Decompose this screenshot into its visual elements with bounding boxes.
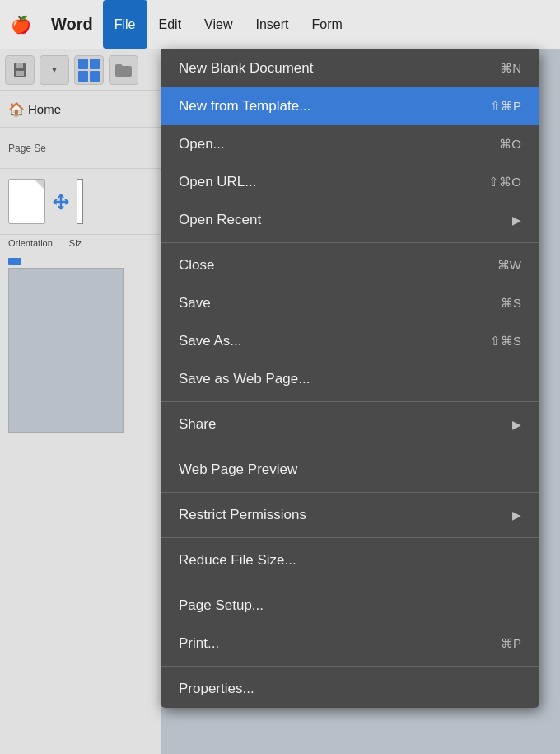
menu-item-save-web[interactable]: Save as Web Page...	[161, 360, 539, 398]
menu-item-open-url[interactable]: Open URL... ⇧⌘O	[161, 163, 539, 201]
orientation-label: Orientation	[8, 238, 53, 248]
submenu-arrow-icon: ▶	[512, 508, 521, 522]
menu-item-label: Save As...	[179, 333, 242, 349]
apple-menu[interactable]: 🍎	[0, 15, 41, 35]
menu-item-new-template[interactable]: New from Template... ⇧⌘P	[161, 87, 539, 125]
menu-insert[interactable]: Insert	[244, 0, 300, 49]
menu-item-close[interactable]: Close ⌘W	[161, 246, 539, 284]
menu-format[interactable]: Form	[301, 0, 354, 49]
menu-edit[interactable]: Edit	[147, 0, 194, 49]
page-icon	[8, 179, 45, 224]
submenu-arrow-icon: ▶	[512, 418, 521, 431]
menu-item-label: Page Setup...	[179, 597, 264, 614]
home-label: Home	[28, 102, 61, 116]
file-dropdown-menu: New Blank Document ⌘N New from Template.…	[161, 49, 539, 708]
size-label: Siz	[69, 238, 82, 248]
menu-item-label: Save	[179, 295, 211, 311]
arrows-icon	[52, 193, 70, 211]
menu-item-open[interactable]: Open... ⌘O	[161, 125, 539, 163]
menu-shortcut: ⌘P	[501, 636, 521, 651]
menu-item-label: Open URL...	[179, 174, 257, 190]
menu-bar: 🍎 Word File Edit View Insert Form	[0, 0, 560, 49]
doc-preview-area	[0, 251, 161, 439]
toolbar-row2: 🏠 Home	[0, 91, 161, 128]
menu-item-save-as[interactable]: Save As... ⇧⌘S	[161, 322, 539, 360]
toolbar-row3: Page Se	[0, 128, 161, 169]
apple-icon: 🍎	[11, 15, 31, 35]
menu-file[interactable]: File	[103, 0, 147, 49]
menu-shortcut: ⌘N	[500, 61, 521, 76]
menu-item-label: Restrict Permissions	[179, 507, 306, 523]
menu-item-page-setup[interactable]: Page Setup...	[161, 587, 539, 625]
separator	[161, 401, 539, 402]
menu-item-share[interactable]: Share ▶	[161, 405, 539, 443]
menu-item-label: Open Recent	[179, 212, 261, 228]
menu-item-print[interactable]: Print... ⌘P	[161, 625, 539, 663]
menu-shortcut: ⇧⌘S	[490, 334, 521, 349]
home-icon: 🏠	[8, 101, 25, 117]
menu-item-new-blank[interactable]: New Blank Document ⌘N	[161, 49, 539, 87]
menu-item-web-preview[interactable]: Web Page Preview	[161, 451, 539, 489]
menu-item-label: Save as Web Page...	[179, 371, 310, 387]
menu-item-label: Open...	[179, 136, 225, 152]
menu-view[interactable]: View	[193, 0, 244, 49]
svg-rect-1	[16, 63, 23, 68]
grid-btn[interactable]	[74, 55, 104, 85]
doc-thumbnail	[8, 268, 124, 433]
menu-item-label: Print...	[179, 635, 219, 652]
toolbar-row4	[0, 169, 161, 235]
toolbar-labels: Orientation Siz	[0, 235, 161, 251]
ruler-icon	[77, 179, 83, 224]
separator	[161, 537, 539, 538]
menu-item-open-recent[interactable]: Open Recent ▶	[161, 201, 539, 239]
menu-shortcut: ⇧⌘O	[488, 175, 521, 190]
submenu-arrow-icon: ▶	[512, 213, 521, 227]
menu-item-reduce[interactable]: Reduce File Size...	[161, 541, 539, 579]
menu-item-label: New from Template...	[179, 98, 310, 115]
page-setup-label: Page Se	[8, 143, 46, 154]
quick-btn-arrow[interactable]: ▼	[40, 55, 69, 85]
menu-shortcut: ⇧⌘P	[490, 99, 521, 114]
toolbar-row1: ▼	[0, 49, 161, 91]
menu-item-label: New Blank Document	[179, 60, 313, 77]
toolbar: ▼ 🏠 Home Page Se	[0, 49, 161, 754]
separator	[161, 666, 539, 667]
menu-item-label: Properties...	[179, 681, 254, 697]
menu-item-label: Web Page Preview	[179, 461, 297, 478]
menu-bar-items: File Edit View Insert Form	[103, 0, 354, 49]
folder-btn[interactable]	[109, 55, 138, 85]
quick-save-btn[interactable]	[5, 55, 35, 85]
separator	[161, 447, 539, 447]
separator	[161, 242, 539, 243]
separator	[161, 583, 539, 583]
menu-item-restrict[interactable]: Restrict Permissions ▶	[161, 496, 539, 534]
menu-shortcut: ⌘O	[499, 137, 521, 152]
svg-rect-2	[16, 71, 24, 76]
menu-shortcut: ⌘W	[497, 258, 521, 273]
menu-item-label: Share	[179, 416, 216, 433]
app-name: Word	[41, 15, 103, 34]
menu-shortcut: ⌘S	[501, 296, 521, 311]
separator	[161, 492, 539, 493]
menu-item-label: Reduce File Size...	[179, 552, 296, 569]
menu-item-label: Close	[179, 257, 214, 274]
menu-item-save[interactable]: Save ⌘S	[161, 284, 539, 322]
menu-item-properties[interactable]: Properties...	[161, 670, 539, 708]
